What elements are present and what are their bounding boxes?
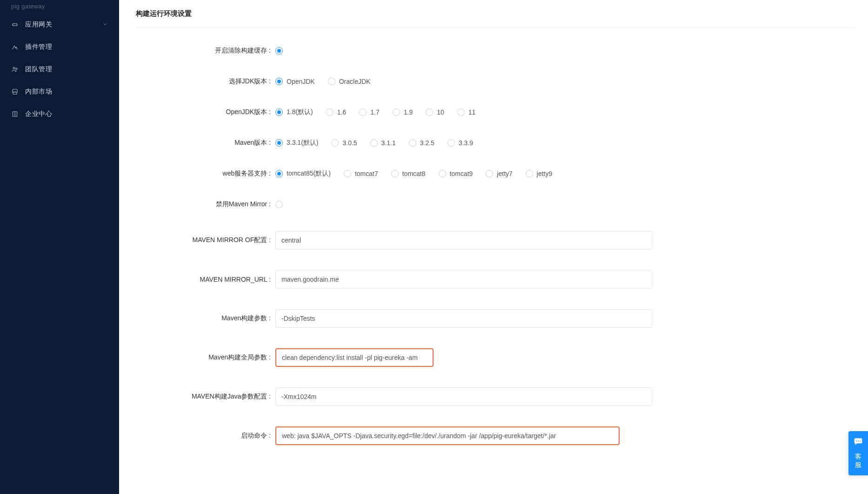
sidebar-item-team[interactable]: 团队管理 — [0, 58, 119, 81]
radio-box-icon — [409, 139, 416, 147]
radio-maven-325[interactable]: 3.2.5 — [409, 139, 434, 147]
radio-openjdk-17[interactable]: 1.7 — [359, 108, 379, 116]
radio-box-icon — [457, 108, 465, 116]
radio-disable-mirror[interactable] — [275, 201, 287, 208]
radio-label: tomcat85(默认) — [287, 169, 331, 178]
radio-jetty9[interactable]: jetty9 — [526, 170, 552, 177]
form-label: 选择JDK版本 : — [136, 77, 275, 86]
team-icon — [11, 66, 19, 73]
form-control: 3.3.1(默认) 3.0.5 3.1.1 3.2.5 3.3.9 — [275, 139, 473, 147]
sidebar-item-label: 企业中心 — [25, 110, 108, 118]
radio-maven-305[interactable]: 3.0.5 — [331, 139, 357, 147]
radio-box-icon — [275, 78, 283, 85]
form-row-web-server: web服务器支持 : tomcat85(默认) tomcat7 tomcat8 … — [136, 169, 855, 178]
sidebar-item-market[interactable]: 内部市场 — [0, 81, 119, 103]
radio-label: 1.7 — [370, 108, 379, 116]
radio-openjdk-19[interactable]: 1.9 — [393, 108, 413, 116]
radio-label: tomcat9 — [450, 170, 473, 177]
radio-oraclejdk[interactable]: OracleJDK — [328, 78, 371, 85]
sidebar: pig gateway 应用网关 插件管理 团队管理 — [0, 0, 119, 494]
support-tab[interactable]: 客 服 — [848, 431, 868, 475]
input-start-cmd[interactable] — [275, 426, 620, 445]
radio-label: jetty7 — [497, 170, 512, 177]
form-control — [275, 231, 652, 250]
radio-label: 10 — [437, 108, 444, 116]
form-label: Maven版本 : — [136, 139, 275, 147]
enterprise-icon — [11, 110, 19, 118]
input-maven-build-global-args[interactable] — [275, 348, 434, 367]
svg-point-1 — [13, 67, 15, 69]
chat-icon — [854, 437, 863, 448]
form-row-jdk-version: 选择JDK版本 : OpenJDK OracleJDK — [136, 77, 855, 86]
sidebar-breadcrumb: pig gateway — [0, 1, 119, 14]
radio-box-icon — [486, 170, 493, 177]
radio-maven-311[interactable]: 3.1.1 — [370, 139, 396, 147]
radio-openjdk-10[interactable]: 10 — [426, 108, 444, 116]
radio-label: 3.2.5 — [420, 139, 434, 147]
radio-openjdk-18[interactable]: 1.8(默认) — [275, 108, 313, 116]
page-title: 构建运行环境设置 — [136, 7, 855, 28]
radio-box-icon — [275, 201, 283, 208]
radio-maven-339[interactable]: 3.3.9 — [447, 139, 473, 147]
support-label-2: 服 — [855, 460, 861, 469]
market-icon — [11, 88, 19, 95]
radio-label: tomcat8 — [402, 170, 426, 177]
form-control: 1.8(默认) 1.6 1.7 1.9 10 — [275, 108, 475, 116]
radio-box-icon — [447, 139, 455, 147]
form-row-maven-build-global-args: Maven构建全局参数 : — [136, 348, 855, 367]
radio-tomcat85[interactable]: tomcat85(默认) — [275, 169, 331, 178]
svg-rect-0 — [13, 24, 17, 26]
form-control — [275, 270, 652, 289]
gateway-icon — [11, 21, 19, 28]
radio-label: 1.9 — [404, 108, 413, 116]
radio-box-icon — [344, 170, 351, 177]
form-control — [275, 309, 652, 328]
input-mirror-of[interactable] — [275, 231, 652, 250]
form-control: OpenJDK OracleJDK — [275, 78, 370, 85]
radio-box-icon — [439, 170, 446, 177]
radio-openjdk-11[interactable]: 11 — [457, 108, 476, 116]
form-label: web服务器支持 : — [136, 169, 275, 178]
radio-label: 11 — [468, 108, 476, 116]
radio-label: tomcat7 — [355, 170, 378, 177]
input-mirror-url[interactable] — [275, 270, 652, 289]
form-label: MAVEN MIRROR_URL : — [136, 276, 275, 283]
radio-tomcat7[interactable]: tomcat7 — [344, 170, 378, 177]
form-label: Maven构建参数 : — [136, 314, 275, 323]
sidebar-item-gateway[interactable]: 应用网关 — [0, 14, 119, 36]
main-content: 构建运行环境设置 开启清除构建缓存 : 选择JDK版本 : OpenJDK Or… — [119, 0, 868, 494]
radio-maven-331[interactable]: 3.3.1(默认) — [275, 139, 318, 147]
radio-box-icon — [331, 139, 339, 147]
radio-box-icon — [359, 108, 367, 116]
radio-box-icon — [275, 47, 283, 54]
form-row-clear-cache: 开启清除构建缓存 : — [136, 47, 855, 55]
radio-openjdk-16[interactable]: 1.6 — [326, 108, 346, 116]
input-maven-java-args[interactable] — [275, 387, 652, 406]
radio-label: OracleJDK — [339, 78, 371, 85]
sidebar-item-enterprise[interactable]: 企业中心 — [0, 103, 119, 125]
form-label: 禁用Maven Mirror : — [136, 200, 275, 209]
support-label-1: 客 — [855, 452, 861, 460]
radio-openjdk[interactable]: OpenJDK — [275, 78, 315, 85]
form-row-openjdk-version: OpenJDK版本 : 1.8(默认) 1.6 1.7 1.9 — [136, 108, 855, 116]
radio-tomcat8[interactable]: tomcat8 — [391, 170, 426, 177]
chevron-down-icon — [102, 21, 108, 28]
sidebar-item-label: 应用网关 — [25, 20, 102, 29]
form-label: 开启清除构建缓存 : — [136, 47, 275, 55]
radio-tomcat9[interactable]: tomcat9 — [439, 170, 473, 177]
input-maven-build-args[interactable] — [275, 309, 652, 328]
radio-jetty7[interactable]: jetty7 — [486, 170, 512, 177]
form-row-start-cmd: 启动命令 : — [136, 426, 855, 445]
radio-box-icon — [275, 170, 283, 177]
form-label: MAVEN MIRROR OF配置 : — [136, 236, 275, 244]
form-control: tomcat85(默认) tomcat7 tomcat8 tomcat9 jet… — [275, 169, 552, 178]
radio-box-icon — [391, 170, 399, 177]
radio-box-icon — [275, 108, 283, 116]
radio-label: 3.1.1 — [381, 139, 396, 147]
form-label: MAVEN构建Java参数配置 : — [136, 392, 275, 401]
radio-box-icon — [526, 170, 533, 177]
form-control — [275, 348, 434, 367]
form-control — [275, 47, 287, 54]
radio-clear-cache[interactable] — [275, 47, 287, 54]
sidebar-item-plugin[interactable]: 插件管理 — [0, 36, 119, 58]
